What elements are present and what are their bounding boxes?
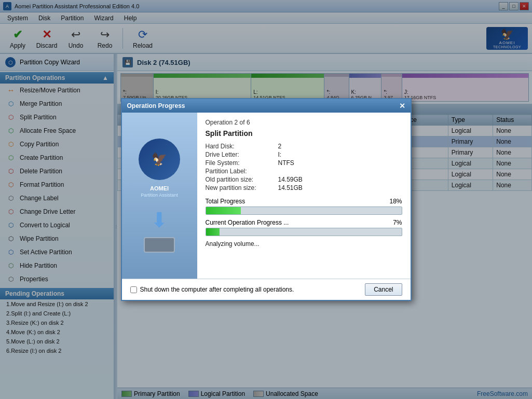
shutdown-checkbox[interactable] bbox=[130, 286, 137, 293]
detail-val-filesystem: NTFS bbox=[278, 159, 294, 167]
shutdown-label: Shut down the computer after completing … bbox=[140, 286, 294, 293]
modal-title: Operation Progress bbox=[127, 102, 185, 109]
download-arrow-icon: ⬇ bbox=[151, 208, 168, 232]
modal-right-panel: Operation 2 of 6 Split Partition Hard Di… bbox=[197, 113, 411, 279]
detail-key-oldsize: Old partition size: bbox=[206, 176, 278, 183]
total-progress-bar-bg bbox=[206, 207, 402, 215]
modal-op-title: Split Partition bbox=[206, 129, 402, 137]
modal-title-bar: Operation Progress ✕ bbox=[122, 99, 411, 113]
modal-close-button[interactable]: ✕ bbox=[399, 102, 405, 110]
detail-row-partlabel: Partition Label: bbox=[206, 168, 402, 175]
cancel-button[interactable]: Cancel bbox=[365, 283, 402, 296]
current-progress-bar-bg bbox=[206, 228, 402, 236]
operation-progress-modal: Operation Progress ✕ 🦅 AOMEI Partition A… bbox=[121, 98, 412, 301]
detail-val-oldsize: 14.59GB bbox=[278, 176, 303, 183]
modal-footer: Shut down the computer after completing … bbox=[122, 279, 411, 300]
detail-val-harddisk: 2 bbox=[278, 143, 282, 150]
detail-row-oldsize: Old partition size: 14.59GB bbox=[206, 176, 402, 183]
modal-body: 🦅 AOMEI Partition Assistant ⬇ Operation … bbox=[122, 113, 411, 279]
detail-row-driveletter: Drive Letter: I: bbox=[206, 151, 402, 158]
detail-key-harddisk: Hard Disk: bbox=[206, 143, 278, 150]
detail-row-harddisk: Hard Disk: 2 bbox=[206, 143, 402, 150]
modal-left-panel: 🦅 AOMEI Partition Assistant ⬇ bbox=[122, 113, 197, 279]
detail-key-partlabel: Partition Label: bbox=[206, 168, 278, 175]
total-progress-bar-fill bbox=[206, 207, 241, 214]
detail-val-newsize: 14.51GB bbox=[278, 184, 303, 191]
detail-key-driveletter: Drive Letter: bbox=[206, 151, 278, 158]
aomei-modal-logo: 🦅 bbox=[139, 139, 180, 180]
progress-section: Total Progress 18% Current Operation Pro… bbox=[206, 198, 402, 247]
modal-logo-sub: Partition Assistant bbox=[141, 192, 178, 198]
modal-status-text: Analyzing volume... bbox=[206, 240, 402, 247]
detail-row-newsize: New partition size: 14.51GB bbox=[206, 184, 402, 191]
detail-key-newsize: New partition size: bbox=[206, 184, 278, 191]
detail-key-filesystem: File System: bbox=[206, 159, 278, 167]
detail-val-driveletter: I: bbox=[278, 151, 282, 158]
modal-op-count: Operation 2 of 6 bbox=[206, 119, 402, 126]
current-progress-text: Current Operation Progress ... bbox=[206, 219, 289, 226]
modal-overlay: Operation Progress ✕ 🦅 AOMEI Partition A… bbox=[0, 0, 532, 399]
current-progress-bar-fill bbox=[206, 228, 220, 236]
total-progress-pct: 18% bbox=[389, 198, 402, 205]
disk-visual-icon bbox=[144, 237, 175, 253]
shutdown-checkbox-area[interactable]: Shut down the computer after completing … bbox=[130, 286, 294, 293]
modal-logo-text: AOMEI bbox=[150, 185, 169, 191]
detail-row-filesystem: File System: NTFS bbox=[206, 159, 402, 167]
current-progress-pct: 7% bbox=[393, 219, 402, 226]
total-progress-label: Total Progress 18% bbox=[206, 198, 402, 205]
current-progress-label: Current Operation Progress ... 7% bbox=[206, 219, 402, 226]
total-progress-text: Total Progress bbox=[206, 198, 245, 205]
